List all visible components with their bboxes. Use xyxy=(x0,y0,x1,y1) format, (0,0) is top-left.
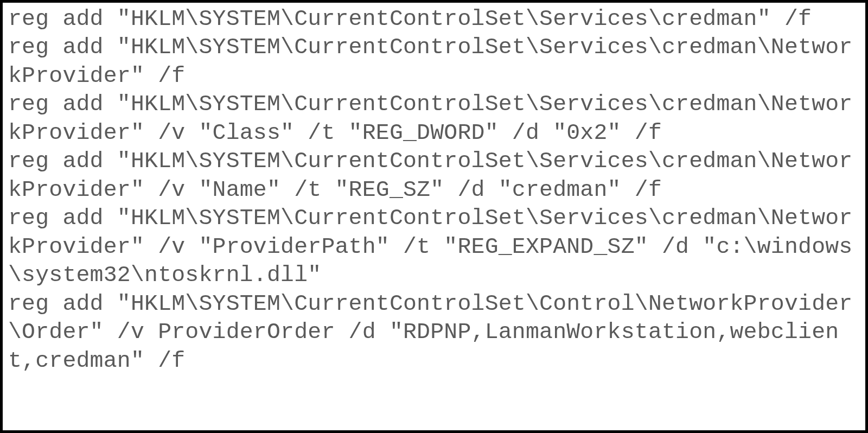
code-block: reg add "HKLM\SYSTEM\CurrentControlSet\S… xyxy=(0,0,868,433)
code-line: reg add "HKLM\SYSTEM\CurrentControlSet\S… xyxy=(8,6,812,31)
code-line: reg add "HKLM\SYSTEM\CurrentControlSet\S… xyxy=(8,205,852,288)
code-line: reg add "HKLM\SYSTEM\CurrentControlSet\S… xyxy=(8,148,852,202)
code-line: reg add "HKLM\SYSTEM\CurrentControlSet\S… xyxy=(8,34,852,88)
code-line: reg add "HKLM\SYSTEM\CurrentControlSet\C… xyxy=(8,291,852,373)
code-line: reg add "HKLM\SYSTEM\CurrentControlSet\S… xyxy=(8,91,852,145)
